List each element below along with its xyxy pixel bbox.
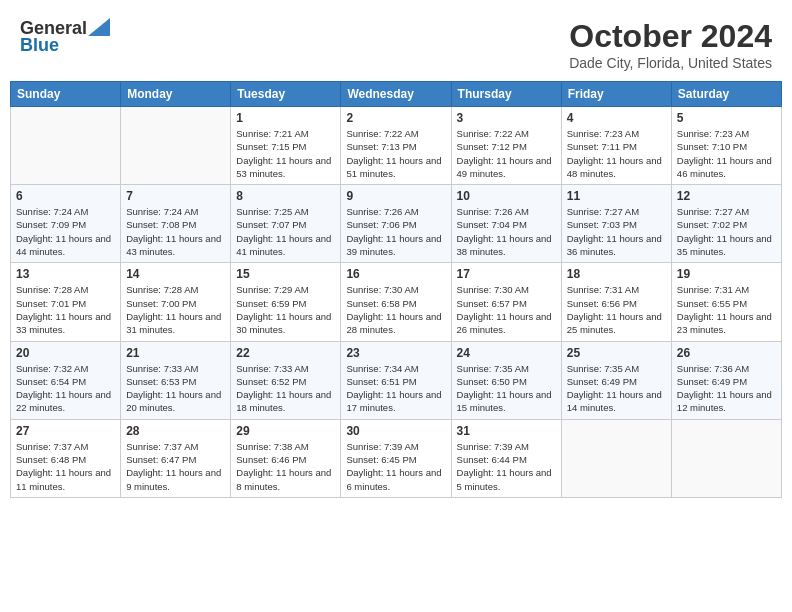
calendar-cell: 9Sunrise: 7:26 AM Sunset: 7:06 PM Daylig… — [341, 185, 451, 263]
day-detail: Sunrise: 7:29 AM Sunset: 6:59 PM Dayligh… — [236, 283, 335, 336]
day-number: 17 — [457, 267, 556, 281]
day-number: 29 — [236, 424, 335, 438]
svg-marker-0 — [88, 18, 110, 36]
calendar-cell: 14Sunrise: 7:28 AM Sunset: 7:00 PM Dayli… — [121, 263, 231, 341]
calendar-cell: 15Sunrise: 7:29 AM Sunset: 6:59 PM Dayli… — [231, 263, 341, 341]
day-number: 19 — [677, 267, 776, 281]
day-detail: Sunrise: 7:37 AM Sunset: 6:47 PM Dayligh… — [126, 440, 225, 493]
day-number: 28 — [126, 424, 225, 438]
day-detail: Sunrise: 7:26 AM Sunset: 7:04 PM Dayligh… — [457, 205, 556, 258]
day-detail: Sunrise: 7:24 AM Sunset: 7:09 PM Dayligh… — [16, 205, 115, 258]
day-number: 12 — [677, 189, 776, 203]
calendar-cell: 20Sunrise: 7:32 AM Sunset: 6:54 PM Dayli… — [11, 341, 121, 419]
day-detail: Sunrise: 7:37 AM Sunset: 6:48 PM Dayligh… — [16, 440, 115, 493]
day-number: 16 — [346, 267, 445, 281]
day-detail: Sunrise: 7:30 AM Sunset: 6:58 PM Dayligh… — [346, 283, 445, 336]
day-number: 18 — [567, 267, 666, 281]
day-number: 5 — [677, 111, 776, 125]
calendar-day-header: Thursday — [451, 82, 561, 107]
logo-arrow-icon — [88, 18, 110, 36]
day-detail: Sunrise: 7:27 AM Sunset: 7:03 PM Dayligh… — [567, 205, 666, 258]
day-detail: Sunrise: 7:28 AM Sunset: 7:00 PM Dayligh… — [126, 283, 225, 336]
day-number: 6 — [16, 189, 115, 203]
day-number: 4 — [567, 111, 666, 125]
day-detail: Sunrise: 7:22 AM Sunset: 7:13 PM Dayligh… — [346, 127, 445, 180]
day-detail: Sunrise: 7:36 AM Sunset: 6:49 PM Dayligh… — [677, 362, 776, 415]
calendar-cell: 28Sunrise: 7:37 AM Sunset: 6:47 PM Dayli… — [121, 419, 231, 497]
calendar-cell: 27Sunrise: 7:37 AM Sunset: 6:48 PM Dayli… — [11, 419, 121, 497]
month-title: October 2024 — [569, 18, 772, 55]
calendar-week-row: 27Sunrise: 7:37 AM Sunset: 6:48 PM Dayli… — [11, 419, 782, 497]
day-number: 27 — [16, 424, 115, 438]
calendar-cell: 7Sunrise: 7:24 AM Sunset: 7:08 PM Daylig… — [121, 185, 231, 263]
calendar-cell: 3Sunrise: 7:22 AM Sunset: 7:12 PM Daylig… — [451, 107, 561, 185]
day-detail: Sunrise: 7:31 AM Sunset: 6:56 PM Dayligh… — [567, 283, 666, 336]
day-number: 30 — [346, 424, 445, 438]
calendar-cell: 26Sunrise: 7:36 AM Sunset: 6:49 PM Dayli… — [671, 341, 781, 419]
day-detail: Sunrise: 7:32 AM Sunset: 6:54 PM Dayligh… — [16, 362, 115, 415]
calendar-day-header: Saturday — [671, 82, 781, 107]
calendar-week-row: 20Sunrise: 7:32 AM Sunset: 6:54 PM Dayli… — [11, 341, 782, 419]
calendar-day-header: Friday — [561, 82, 671, 107]
day-detail: Sunrise: 7:34 AM Sunset: 6:51 PM Dayligh… — [346, 362, 445, 415]
day-number: 22 — [236, 346, 335, 360]
calendar-cell: 30Sunrise: 7:39 AM Sunset: 6:45 PM Dayli… — [341, 419, 451, 497]
calendar-cell: 16Sunrise: 7:30 AM Sunset: 6:58 PM Dayli… — [341, 263, 451, 341]
title-block: October 2024 Dade City, Florida, United … — [569, 18, 772, 71]
calendar-day-header: Sunday — [11, 82, 121, 107]
day-number: 26 — [677, 346, 776, 360]
logo: General Blue — [20, 18, 110, 56]
day-detail: Sunrise: 7:28 AM Sunset: 7:01 PM Dayligh… — [16, 283, 115, 336]
day-number: 10 — [457, 189, 556, 203]
day-number: 21 — [126, 346, 225, 360]
calendar-cell: 22Sunrise: 7:33 AM Sunset: 6:52 PM Dayli… — [231, 341, 341, 419]
day-detail: Sunrise: 7:33 AM Sunset: 6:53 PM Dayligh… — [126, 362, 225, 415]
calendar-cell: 11Sunrise: 7:27 AM Sunset: 7:03 PM Dayli… — [561, 185, 671, 263]
calendar-cell: 2Sunrise: 7:22 AM Sunset: 7:13 PM Daylig… — [341, 107, 451, 185]
calendar-cell — [561, 419, 671, 497]
day-number: 31 — [457, 424, 556, 438]
calendar-cell: 29Sunrise: 7:38 AM Sunset: 6:46 PM Dayli… — [231, 419, 341, 497]
day-number: 23 — [346, 346, 445, 360]
calendar-week-row: 13Sunrise: 7:28 AM Sunset: 7:01 PM Dayli… — [11, 263, 782, 341]
day-number: 7 — [126, 189, 225, 203]
day-detail: Sunrise: 7:39 AM Sunset: 6:45 PM Dayligh… — [346, 440, 445, 493]
day-detail: Sunrise: 7:31 AM Sunset: 6:55 PM Dayligh… — [677, 283, 776, 336]
calendar-week-row: 6Sunrise: 7:24 AM Sunset: 7:09 PM Daylig… — [11, 185, 782, 263]
calendar-day-header: Wednesday — [341, 82, 451, 107]
day-detail: Sunrise: 7:30 AM Sunset: 6:57 PM Dayligh… — [457, 283, 556, 336]
calendar-cell: 5Sunrise: 7:23 AM Sunset: 7:10 PM Daylig… — [671, 107, 781, 185]
day-number: 15 — [236, 267, 335, 281]
day-number: 8 — [236, 189, 335, 203]
calendar-cell: 24Sunrise: 7:35 AM Sunset: 6:50 PM Dayli… — [451, 341, 561, 419]
day-detail: Sunrise: 7:24 AM Sunset: 7:08 PM Dayligh… — [126, 205, 225, 258]
calendar-cell — [671, 419, 781, 497]
day-number: 24 — [457, 346, 556, 360]
day-number: 11 — [567, 189, 666, 203]
calendar-cell: 10Sunrise: 7:26 AM Sunset: 7:04 PM Dayli… — [451, 185, 561, 263]
calendar-cell: 18Sunrise: 7:31 AM Sunset: 6:56 PM Dayli… — [561, 263, 671, 341]
calendar-cell: 4Sunrise: 7:23 AM Sunset: 7:11 PM Daylig… — [561, 107, 671, 185]
day-number: 1 — [236, 111, 335, 125]
logo-blue-text: Blue — [20, 35, 59, 56]
day-detail: Sunrise: 7:21 AM Sunset: 7:15 PM Dayligh… — [236, 127, 335, 180]
day-detail: Sunrise: 7:26 AM Sunset: 7:06 PM Dayligh… — [346, 205, 445, 258]
calendar-cell: 6Sunrise: 7:24 AM Sunset: 7:09 PM Daylig… — [11, 185, 121, 263]
day-detail: Sunrise: 7:22 AM Sunset: 7:12 PM Dayligh… — [457, 127, 556, 180]
day-detail: Sunrise: 7:23 AM Sunset: 7:10 PM Dayligh… — [677, 127, 776, 180]
calendar-cell: 13Sunrise: 7:28 AM Sunset: 7:01 PM Dayli… — [11, 263, 121, 341]
day-detail: Sunrise: 7:39 AM Sunset: 6:44 PM Dayligh… — [457, 440, 556, 493]
calendar-cell: 31Sunrise: 7:39 AM Sunset: 6:44 PM Dayli… — [451, 419, 561, 497]
day-number: 25 — [567, 346, 666, 360]
calendar-day-header: Monday — [121, 82, 231, 107]
day-detail: Sunrise: 7:35 AM Sunset: 6:49 PM Dayligh… — [567, 362, 666, 415]
calendar-cell: 8Sunrise: 7:25 AM Sunset: 7:07 PM Daylig… — [231, 185, 341, 263]
day-detail: Sunrise: 7:23 AM Sunset: 7:11 PM Dayligh… — [567, 127, 666, 180]
calendar-cell: 1Sunrise: 7:21 AM Sunset: 7:15 PM Daylig… — [231, 107, 341, 185]
day-number: 20 — [16, 346, 115, 360]
calendar-cell: 25Sunrise: 7:35 AM Sunset: 6:49 PM Dayli… — [561, 341, 671, 419]
day-detail: Sunrise: 7:33 AM Sunset: 6:52 PM Dayligh… — [236, 362, 335, 415]
day-number: 14 — [126, 267, 225, 281]
calendar-week-row: 1Sunrise: 7:21 AM Sunset: 7:15 PM Daylig… — [11, 107, 782, 185]
day-number: 9 — [346, 189, 445, 203]
